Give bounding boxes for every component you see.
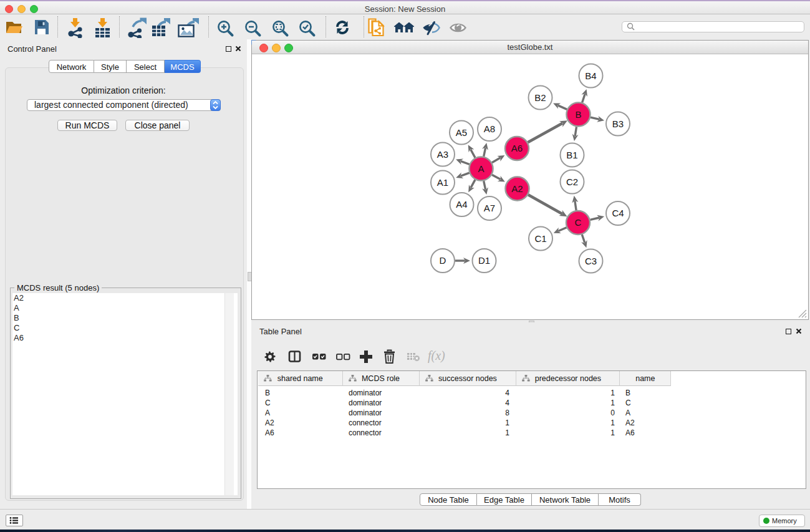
svg-text:A8: A8: [484, 123, 495, 134]
svg-text:D1: D1: [478, 255, 490, 266]
svg-text:A7: A7: [484, 203, 495, 213]
svg-text:A5: A5: [456, 127, 467, 138]
svg-text:A1: A1: [437, 177, 448, 188]
svg-text:C4: C4: [612, 208, 624, 218]
svg-text:D: D: [440, 255, 446, 266]
svg-text:C2: C2: [566, 177, 578, 187]
svg-text:C3: C3: [585, 256, 597, 266]
svg-text:B2: B2: [534, 92, 546, 103]
svg-text:A2: A2: [511, 183, 523, 194]
svg-text:A: A: [478, 163, 484, 174]
svg-text:B1: B1: [566, 150, 577, 160]
svg-text:C1: C1: [534, 233, 546, 244]
svg-text:A4: A4: [456, 199, 467, 210]
svg-text:C: C: [575, 217, 582, 228]
svg-text:B3: B3: [612, 118, 624, 129]
svg-text:A6: A6: [511, 143, 523, 153]
svg-text:B: B: [575, 109, 581, 120]
svg-text:A3: A3: [437, 149, 448, 160]
svg-text:B4: B4: [585, 70, 596, 81]
